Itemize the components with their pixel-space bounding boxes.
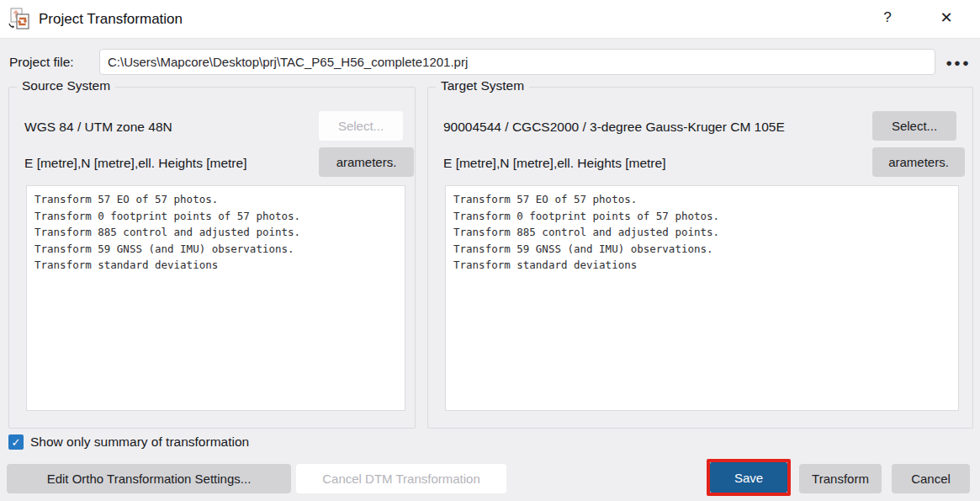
source-parameters-button[interactable]: arameters. xyxy=(319,147,414,177)
target-summary-textarea[interactable]: Transform 57 EO of 57 photos. Transform … xyxy=(445,185,959,411)
save-button-highlight: Save xyxy=(707,459,791,496)
project-transformation-icon xyxy=(8,7,33,32)
source-crs-name: WGS 84 / UTM zone 48N xyxy=(24,120,172,135)
source-select-button: Select... xyxy=(319,111,403,141)
title-bar: Project Transformation ? ✕ xyxy=(0,0,980,39)
target-parameters-button[interactable]: arameters. xyxy=(872,147,965,177)
project-file-label: Project file: xyxy=(9,55,74,70)
show-summary-option: ✓ Show only summary of transformation xyxy=(8,434,249,450)
browse-ellipsis-button[interactable]: ●●● xyxy=(942,52,974,72)
target-crs-name: 90004544 / CGCS2000 / 3-degree Gauss-Kru… xyxy=(443,120,785,135)
transform-button[interactable]: Transform xyxy=(799,464,882,493)
target-system-group: Target System 90004544 / CGCS2000 / 3-de… xyxy=(427,87,973,429)
source-units-label: E [metre],N [metre],ell. Heights [metre] xyxy=(24,156,246,171)
cancel-button[interactable]: Cancel xyxy=(892,464,970,493)
window-title: Project Transformation xyxy=(39,11,183,28)
help-button[interactable]: ? xyxy=(869,3,906,32)
source-summary-textarea[interactable]: Transform 57 EO of 57 photos. Transform … xyxy=(26,185,405,411)
source-system-group-title: Source System xyxy=(17,78,115,93)
target-units-label: E [metre],N [metre],ell. Heights [metre] xyxy=(443,156,665,171)
show-summary-label: Show only summary of transformation xyxy=(30,434,249,450)
edit-ortho-settings-button[interactable]: Edit Ortho Transformation Settings... xyxy=(7,464,291,493)
target-system-group-title: Target System xyxy=(436,78,529,93)
source-system-group: Source System WGS 84 / UTM zone 48N Sele… xyxy=(8,87,416,429)
close-icon[interactable]: ✕ xyxy=(928,3,965,32)
cancel-dtm-button: Cancel DTM Transformation xyxy=(296,464,506,493)
project-file-input[interactable] xyxy=(99,49,935,75)
show-summary-checkbox[interactable]: ✓ xyxy=(8,434,24,450)
target-select-button[interactable]: Select... xyxy=(872,111,956,141)
save-button[interactable]: Save xyxy=(710,462,787,493)
